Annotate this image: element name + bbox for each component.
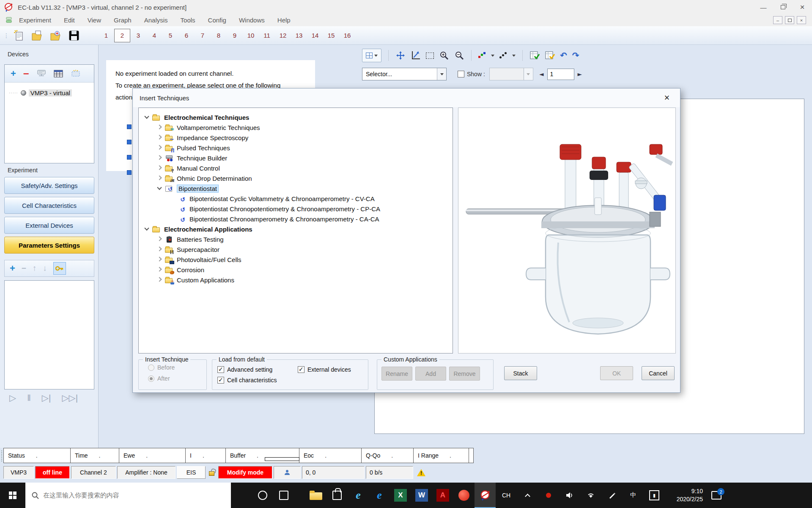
zoom-out-icon[interactable] <box>454 50 464 61</box>
tree-item[interactable]: Supercapacitor <box>139 244 453 254</box>
open-experiment-icon[interactable] <box>31 30 43 41</box>
new-device-icon[interactable] <box>70 69 81 78</box>
selector-dropdown[interactable]: Selector... <box>362 68 447 80</box>
next-page-arrow[interactable]: ► <box>578 71 582 77</box>
clock[interactable]: 9:10 2020/2/25 <box>665 487 703 503</box>
run-button[interactable]: ▷ <box>9 393 16 403</box>
start-button[interactable] <box>0 483 25 508</box>
eclab-taskbar-button[interactable] <box>475 483 496 508</box>
experiment-button[interactable]: Cell Characteristics <box>4 197 94 214</box>
chevron-icon[interactable] <box>156 257 162 262</box>
chevron-icon[interactable] <box>156 237 162 241</box>
tree-item[interactable]: Technique Builder <box>139 153 453 163</box>
remove-device-button[interactable]: − <box>23 70 29 77</box>
tree-item[interactable]: Bipotentiostat Cyclic Voltammetry & Chro… <box>139 193 453 204</box>
chevron-icon[interactable] <box>156 186 162 190</box>
gom-button[interactable] <box>453 483 475 508</box>
zoom-select-icon[interactable] <box>426 52 434 59</box>
action-center-button[interactable]: 2 <box>703 483 730 508</box>
menu-item[interactable]: Graph <box>107 14 138 26</box>
menu-item[interactable]: Config <box>202 14 233 26</box>
experiment-button[interactable]: External Devices <box>4 217 94 234</box>
page-input[interactable] <box>547 69 574 80</box>
new-experiment-icon[interactable] <box>14 30 25 41</box>
tray-expand-button[interactable] <box>517 483 538 508</box>
tree-item[interactable]: Bipotentiostat Chronoamperometry & Chron… <box>139 214 453 224</box>
insert-position-radio[interactable]: After <box>148 375 206 382</box>
file-explorer-button[interactable] <box>305 483 326 508</box>
taskbar-search[interactable]: 在这里输入你要搜索的内容 <box>25 483 231 508</box>
ok-button[interactable]: OK <box>600 366 633 380</box>
excel-button[interactable]: X <box>390 483 411 508</box>
load-default-checkbox[interactable]: Cell characteristics <box>217 375 298 385</box>
menu-item[interactable]: Tools <box>174 14 202 26</box>
channel-table-icon[interactable] <box>54 69 63 78</box>
skip-button[interactable]: ▷▷| <box>62 393 78 403</box>
restore-button[interactable] <box>773 0 793 14</box>
move-up-button[interactable]: ↑ <box>33 264 37 273</box>
channel-button[interactable]: 12 <box>275 29 291 42</box>
channel-button[interactable]: 5 <box>162 29 178 42</box>
volume-icon[interactable] <box>559 483 580 508</box>
load-default-checkbox[interactable]: External devices <box>298 364 368 375</box>
channel-button[interactable]: 7 <box>195 29 211 42</box>
stack-button[interactable]: Stack <box>504 366 537 380</box>
tree-item[interactable]: Bipotentiostat <box>139 183 453 193</box>
chevron-icon[interactable] <box>156 125 162 130</box>
word-button[interactable]: W <box>411 483 432 508</box>
channel-button[interactable]: 14 <box>307 29 323 42</box>
ime-mode-icon[interactable]: ▮ <box>644 483 665 508</box>
cortana-button[interactable] <box>252 483 273 508</box>
open-modify-icon[interactable] <box>50 30 62 41</box>
device-connect-icon[interactable] <box>36 69 47 78</box>
tree-item[interactable]: Ohmic Drop Determination <box>139 173 453 183</box>
data-points-button[interactable] <box>499 52 507 59</box>
key-parameters-button[interactable] <box>53 262 66 275</box>
axes-icon[interactable] <box>411 50 421 61</box>
undo-icon[interactable]: ↶ <box>560 50 567 61</box>
chevron-icon[interactable] <box>156 176 162 180</box>
tree-item[interactable]: Bipotentiostat Chronopotentiometry & Chr… <box>139 204 453 214</box>
channel-button[interactable]: 1 <box>98 29 114 42</box>
tree-item[interactable]: Pulsed Techniques <box>139 143 453 153</box>
network-icon[interactable] <box>580 483 601 508</box>
chevron-icon[interactable] <box>156 135 162 140</box>
chevron-icon[interactable] <box>144 227 150 231</box>
channel-button[interactable]: 10 <box>243 29 259 42</box>
add-parameter-button[interactable]: + <box>10 264 15 273</box>
chevron-icon[interactable] <box>156 146 162 150</box>
channel-button[interactable]: 6 <box>178 29 195 42</box>
channel-button[interactable]: 8 <box>211 29 227 42</box>
tree-item[interactable]: Batteries Testing <box>139 234 453 244</box>
mdi-restore-button[interactable] <box>785 16 794 24</box>
show-checkbox[interactable] <box>458 71 464 77</box>
tree-item[interactable]: Electrochemical Applications <box>139 224 453 234</box>
device-tree-item[interactable]: ····· VMP3 - virtual <box>9 89 94 97</box>
graph-layout-button[interactable] <box>362 49 381 62</box>
tray-gom-icon[interactable] <box>538 483 559 508</box>
store-button[interactable] <box>326 483 348 508</box>
tree-item[interactable]: Impedance Spectroscopy <box>139 133 453 143</box>
chevron-icon[interactable] <box>156 156 162 160</box>
prev-page-arrow[interactable]: ◄ <box>539 71 544 77</box>
pan-icon[interactable] <box>395 50 406 61</box>
graph-style-button[interactable] <box>478 52 486 59</box>
edit-table-icon[interactable] <box>545 50 555 61</box>
channel-button[interactable]: 3 <box>130 29 146 42</box>
custom-app-button[interactable]: Rename <box>381 367 412 381</box>
menu-item[interactable]: Help <box>271 14 297 26</box>
task-view-button[interactable] <box>273 483 294 508</box>
insert-position-radio[interactable]: Before <box>148 364 206 371</box>
tree-item[interactable]: Custom Applications <box>139 275 453 285</box>
zoom-in-icon[interactable] <box>439 50 449 61</box>
language-indicator[interactable]: CH <box>496 483 517 508</box>
save-icon[interactable] <box>69 30 80 41</box>
channel-button[interactable]: 15 <box>323 29 339 42</box>
chevron-icon[interactable] <box>156 247 162 251</box>
show-dropdown[interactable] <box>489 68 533 80</box>
channel-button[interactable]: 11 <box>259 29 275 42</box>
edge-button[interactable]: e <box>369 483 390 508</box>
tree-item[interactable]: Photovoltaic/Fuel Cells <box>139 254 453 265</box>
menu-item[interactable]: View <box>81 14 107 26</box>
dialog-close-icon[interactable]: × <box>661 92 673 103</box>
